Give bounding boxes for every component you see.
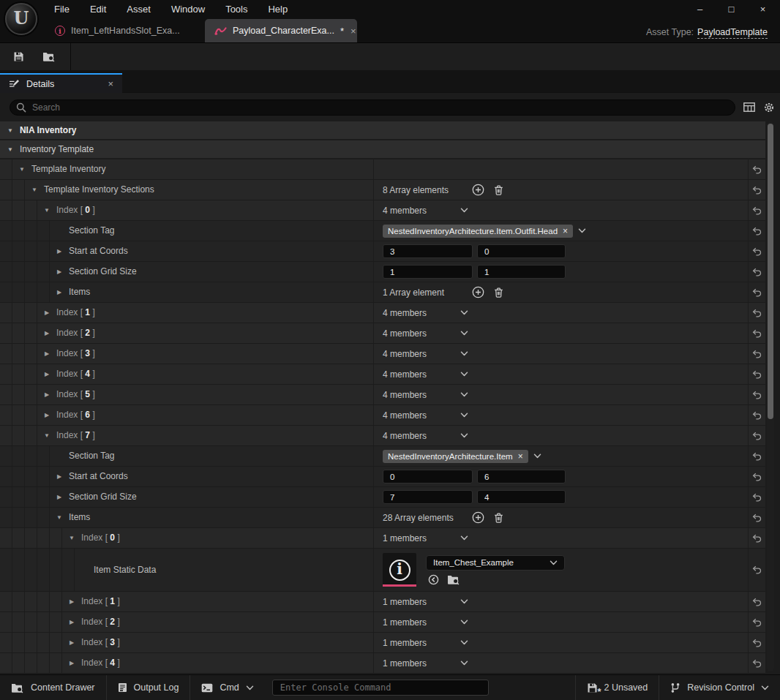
vertical-scrollbar[interactable] xyxy=(767,121,774,671)
value-input-x[interactable] xyxy=(383,470,473,483)
content-drawer-button[interactable]: Content Drawer xyxy=(0,675,106,700)
expander-down-icon[interactable]: ▼ xyxy=(25,180,44,200)
members-chevron-icon[interactable] xyxy=(460,413,468,418)
revert-to-default-button[interactable] xyxy=(752,288,762,297)
revert-to-default-button[interactable] xyxy=(752,639,762,647)
revert-to-default-button[interactable] xyxy=(752,350,762,358)
expander-right-icon[interactable]: ▶ xyxy=(62,592,81,611)
expander-down-icon[interactable]: ▼ xyxy=(12,159,31,179)
menu-asset[interactable]: Asset xyxy=(116,0,161,19)
expander-down-icon[interactable]: ▼ xyxy=(50,508,69,527)
menu-window[interactable]: Window xyxy=(161,0,215,19)
expander-right-icon[interactable]: ▶ xyxy=(50,487,69,507)
unreal-logo-icon[interactable]: U xyxy=(5,3,37,35)
expander-right-icon[interactable]: ▶ xyxy=(62,653,81,673)
console-command-input[interactable] xyxy=(272,680,489,696)
browse-to-asset-button[interactable] xyxy=(447,574,460,585)
revert-to-default-button[interactable] xyxy=(752,309,762,317)
members-chevron-icon[interactable] xyxy=(460,331,468,336)
menu-edit[interactable]: Edit xyxy=(80,0,116,19)
revert-to-default-button[interactable] xyxy=(752,513,762,522)
maximize-button[interactable]: □ xyxy=(716,0,747,19)
add-element-button[interactable] xyxy=(472,511,484,524)
revert-to-default-button[interactable] xyxy=(752,618,762,627)
value-input-y[interactable] xyxy=(477,244,566,258)
asset-thumbnail[interactable]: i xyxy=(383,553,416,587)
revert-to-default-button[interactable] xyxy=(752,598,762,606)
members-chevron-icon[interactable] xyxy=(460,640,468,645)
value-input-x[interactable] xyxy=(383,490,473,504)
expander-down-icon[interactable]: ▼ xyxy=(7,146,13,153)
members-chevron-icon[interactable] xyxy=(460,599,468,604)
tag-clear-button[interactable]: × xyxy=(563,227,568,236)
tag-dropdown-chevron[interactable] xyxy=(578,228,586,233)
members-chevron-icon[interactable] xyxy=(460,392,468,397)
revision-control-button[interactable]: Revision Control xyxy=(659,675,780,700)
expander-right-icon[interactable]: ▶ xyxy=(50,262,69,282)
revert-to-default-button[interactable] xyxy=(752,391,762,399)
tab-close-icon[interactable]: × xyxy=(350,26,356,37)
unsaved-button[interactable]: * 2 Unsaved xyxy=(576,675,659,700)
delete-all-elements-button[interactable] xyxy=(494,185,503,195)
expander-right-icon[interactable]: ▶ xyxy=(37,385,56,404)
revert-to-default-button[interactable] xyxy=(752,452,762,461)
add-element-button[interactable] xyxy=(472,184,484,196)
revert-to-default-button[interactable] xyxy=(752,411,762,420)
close-button[interactable]: × xyxy=(747,0,779,19)
members-chevron-icon[interactable] xyxy=(460,310,468,315)
members-chevron-icon[interactable] xyxy=(460,535,468,541)
members-chevron-icon[interactable] xyxy=(460,433,468,438)
delete-all-elements-button[interactable] xyxy=(494,287,503,298)
gameplay-tag-pill[interactable]: NestedInventoryArchitecture.Item.Outfit.… xyxy=(383,225,573,238)
expander-right-icon[interactable]: ▶ xyxy=(37,303,56,323)
value-input-y[interactable] xyxy=(477,470,566,483)
property-matrix-icon[interactable] xyxy=(743,102,755,112)
revert-to-default-button[interactable] xyxy=(752,186,762,195)
revert-to-default-button[interactable] xyxy=(752,534,762,543)
output-log-button[interactable]: Output Log xyxy=(107,675,190,700)
save-button[interactable] xyxy=(6,46,31,68)
revert-to-default-button[interactable] xyxy=(752,247,762,256)
expander-down-icon[interactable]: ▼ xyxy=(37,426,56,445)
search-input[interactable] xyxy=(32,102,729,113)
expander-right-icon[interactable]: ▶ xyxy=(62,612,81,632)
gameplay-tag-pill[interactable]: NestedInventoryArchitecture.Item× xyxy=(383,450,528,463)
revert-to-default-button[interactable] xyxy=(752,268,762,276)
expander-right-icon[interactable]: ▶ xyxy=(50,467,69,486)
tag-dropdown-chevron[interactable] xyxy=(533,454,541,459)
members-chevron-icon[interactable] xyxy=(460,372,468,377)
delete-all-elements-button[interactable] xyxy=(494,513,503,523)
revert-to-default-button[interactable] xyxy=(752,329,762,338)
menu-help[interactable]: Help xyxy=(258,0,298,19)
tab-details[interactable]: Details × xyxy=(0,73,122,93)
asset-select-combo[interactable]: Item_Chest_Example xyxy=(426,555,565,571)
members-chevron-icon[interactable] xyxy=(460,351,468,356)
members-chevron-icon[interactable] xyxy=(460,208,468,213)
expander-right-icon[interactable]: ▶ xyxy=(37,323,56,343)
expander-right-icon[interactable]: ▶ xyxy=(62,633,81,652)
add-element-button[interactable] xyxy=(472,286,484,298)
browse-to-asset-button[interactable] xyxy=(37,46,61,68)
revert-to-default-button[interactable] xyxy=(752,432,762,440)
value-input-x[interactable] xyxy=(383,265,473,279)
expander-down-icon[interactable]: ▼ xyxy=(7,127,13,134)
expander-right-icon[interactable]: ▶ xyxy=(37,344,56,364)
expander-down-icon[interactable]: ▼ xyxy=(62,528,81,548)
tab-payload-characterexample[interactable]: Payload_CharacterExa... * × xyxy=(205,19,357,42)
category-row-nia-inventory[interactable]: ▼NIA Inventory xyxy=(0,121,765,139)
minimize-button[interactable]: – xyxy=(684,0,716,19)
tag-clear-button[interactable]: × xyxy=(518,452,523,461)
settings-gear-icon[interactable] xyxy=(763,102,775,113)
revert-to-default-button[interactable] xyxy=(752,227,762,236)
revert-to-default-button[interactable] xyxy=(752,206,762,215)
use-selected-asset-button[interactable] xyxy=(428,574,439,585)
expander-down-icon[interactable]: ▼ xyxy=(37,200,56,220)
value-input-y[interactable] xyxy=(477,265,566,279)
scrollbar-thumb[interactable] xyxy=(768,124,773,419)
revert-to-default-button[interactable] xyxy=(752,165,762,174)
members-chevron-icon[interactable] xyxy=(460,661,468,666)
revert-to-default-button[interactable] xyxy=(752,565,762,574)
revert-to-default-button[interactable] xyxy=(752,493,762,502)
asset-type-link[interactable]: PayloadTemplate xyxy=(697,27,768,39)
menu-file[interactable]: File xyxy=(44,0,80,19)
